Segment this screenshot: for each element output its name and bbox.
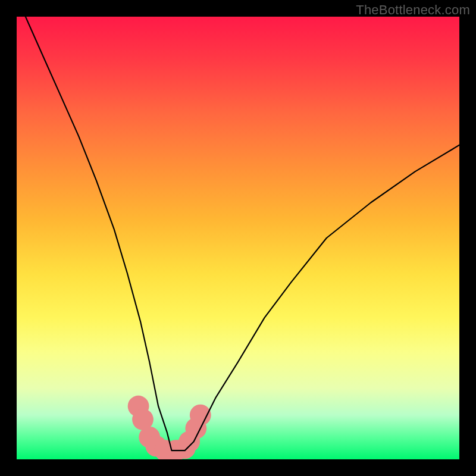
highlight-dot	[190, 405, 211, 426]
highlight-dots	[128, 396, 211, 459]
watermark: TheBottleneck.com	[356, 2, 470, 18]
chart-svg	[17, 17, 459, 459]
bottleneck-curve	[26, 17, 459, 450]
